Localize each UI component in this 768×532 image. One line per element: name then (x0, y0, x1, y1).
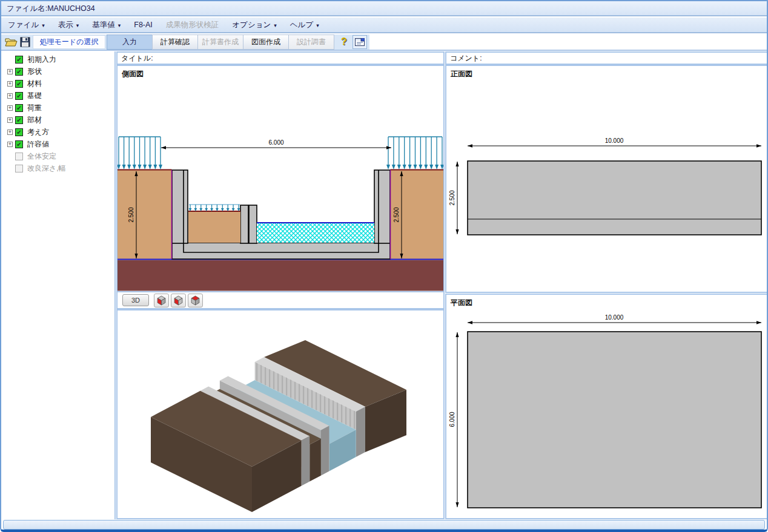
window-title: ファイル名:MANUCHO34 (7, 4, 95, 13)
app-window: ファイル名:MANUCHO34 ファイル▾ 表示▾ 基準値▾ F8-AI 成果物… (0, 0, 768, 532)
view-cube-right-icon (173, 295, 184, 306)
dimension-width (161, 146, 391, 149)
side-view-dim-height-left: 2.500 (128, 207, 134, 222)
title-field-label: タイトル: (121, 54, 153, 62)
front-view-dim-height: 2.500 (449, 190, 455, 205)
tree-item-material[interactable]: +✔材料 (2, 77, 114, 90)
view3d-panel[interactable] (116, 309, 445, 519)
plan-view-dim-height: 6.000 (449, 412, 455, 427)
tree-item-shape[interactable]: +✔形状 (2, 65, 114, 77)
left-wall (172, 170, 188, 243)
help-icon: ? (341, 36, 347, 47)
message-window-button[interactable] (353, 35, 367, 49)
plan-view-drawing: 10.000 6.000 (446, 295, 767, 518)
dimension-height (455, 332, 458, 507)
menu-bar: ファイル▾ 表示▾ 基準値▾ F8-AI 成果物形状検証 オプション▾ ヘルプ▾ (1, 18, 767, 33)
comment-field-label: コメント: (450, 54, 482, 62)
expand-plus-icon[interactable]: + (7, 93, 13, 99)
tab-drawing-creation[interactable]: 図面作成 (243, 34, 289, 50)
dropdown-caret-icon: ▾ (42, 22, 45, 28)
checkbox-checked-icon[interactable]: ✔ (15, 80, 23, 88)
backfill-end (310, 439, 321, 482)
menu-item-help[interactable]: ヘルプ▾ (283, 17, 326, 33)
plan-view-label: 平面図 (451, 298, 472, 308)
checkbox-checked-icon[interactable]: ✔ (15, 140, 23, 148)
dropdown-caret-icon: ▾ (316, 22, 319, 28)
dimension-width (468, 321, 761, 324)
wall-back-end (356, 407, 365, 457)
checkbox-checked-icon[interactable]: ✔ (15, 68, 23, 76)
tree-item-member[interactable]: +✔部材 (2, 114, 114, 126)
open-file-button[interactable] (4, 36, 18, 48)
wall-middle-end (321, 426, 329, 476)
view-cube-left-icon (156, 295, 167, 306)
view-cube-top-icon (190, 295, 200, 306)
view3d-button[interactable]: 3D (122, 294, 149, 306)
dimension-height (455, 162, 458, 234)
side-view-panel: 側面図 (116, 65, 445, 292)
comment-header: コメント: (445, 51, 768, 65)
menu-item-options[interactable]: オプション▾ (225, 17, 283, 33)
expand-plus-icon[interactable]: + (7, 142, 13, 147)
dropdown-caret-icon: ▾ (76, 22, 79, 28)
checkbox-unchecked-icon (15, 153, 23, 160)
status-bar (3, 520, 765, 530)
checkbox-checked-icon[interactable]: ✔ (15, 56, 23, 64)
soil-base-layer (118, 260, 443, 291)
view3d-toolbar: 3D (116, 292, 445, 309)
title-header: タイトル: (116, 51, 445, 65)
expand-plus-icon[interactable]: + (7, 130, 13, 135)
menu-item-f8-ai[interactable]: F8-AI (127, 17, 159, 33)
tree-item-design-approach[interactable]: +✔考え方 (2, 126, 114, 138)
tab-report-creation: 計算書作成 (197, 34, 243, 50)
help-button[interactable]: ? (338, 35, 350, 49)
bottom-slab (172, 243, 390, 259)
front-view-drawing: 10.000 2.500 (446, 66, 767, 292)
expand-plus-icon[interactable]: + (7, 81, 13, 87)
checkbox-checked-icon[interactable]: ✔ (15, 92, 23, 100)
right-wall (374, 170, 390, 243)
checkbox-checked-icon[interactable]: ✔ (15, 104, 23, 112)
toolbar: 処理モードの選択 入力 計算確認 計算書作成 図面作成 設計調書 ? (1, 34, 767, 51)
tree-item-improvement-depth-width: 改良深さ,幅 (2, 162, 114, 174)
side-view-dim-height-right: 2.500 (393, 207, 400, 222)
open-folder-icon (5, 37, 18, 47)
side-view-label: 側面図 (122, 69, 144, 79)
tree-item-initial-input[interactable]: ✔初期入力 (2, 53, 114, 65)
tab-calculation-check[interactable]: 計算確認 (152, 34, 198, 50)
menu-item-file[interactable]: ファイル▾ (1, 17, 51, 33)
dimension-width (468, 144, 761, 148)
backfill-soil (188, 211, 240, 243)
menu-item-deliverable-shape-verification: 成果物形状検証 (159, 17, 226, 33)
expand-plus-icon[interactable]: + (7, 69, 13, 74)
view-cube-left-button[interactable] (154, 294, 169, 307)
structure-front-face (468, 161, 761, 235)
wall-front-end (302, 436, 310, 486)
checkbox-checked-icon[interactable]: ✔ (15, 128, 23, 136)
tree-item-overall-stability: 全体安定 (2, 150, 114, 162)
save-icon (20, 37, 30, 47)
save-button[interactable] (18, 36, 31, 48)
view-cube-top-button[interactable] (188, 294, 203, 307)
view-cube-right-button[interactable] (171, 294, 186, 307)
tree-item-foundation[interactable]: +✔基礎 (2, 90, 114, 102)
tree-item-load[interactable]: +✔荷重 (2, 102, 114, 114)
side-view-drawing: 6.000 2.500 2.500 (118, 66, 443, 291)
side-view-dim-width: 6.000 (268, 139, 283, 146)
menu-item-view[interactable]: 表示▾ (51, 17, 86, 33)
expand-plus-icon[interactable]: + (7, 117, 13, 123)
surcharge-load-right (386, 137, 443, 169)
middle-wall-right (249, 205, 257, 243)
middle-wall-left (240, 205, 248, 243)
checkbox-checked-icon[interactable]: ✔ (15, 116, 23, 124)
view3d-drawing (118, 310, 443, 518)
front-view-label: 正面図 (451, 69, 472, 79)
front-view-panel: 正面図 10.000 2.500 (445, 65, 768, 293)
water-fill (257, 223, 374, 243)
expand-plus-icon[interactable]: + (7, 105, 13, 111)
structure-plan-face (468, 332, 761, 508)
checkbox-unchecked-icon (15, 165, 23, 172)
tree-item-allowable-values[interactable]: +✔許容値 (2, 138, 114, 150)
menu-item-standard-values[interactable]: 基準値▾ (85, 17, 127, 33)
tab-input[interactable]: 入力 (107, 34, 153, 50)
